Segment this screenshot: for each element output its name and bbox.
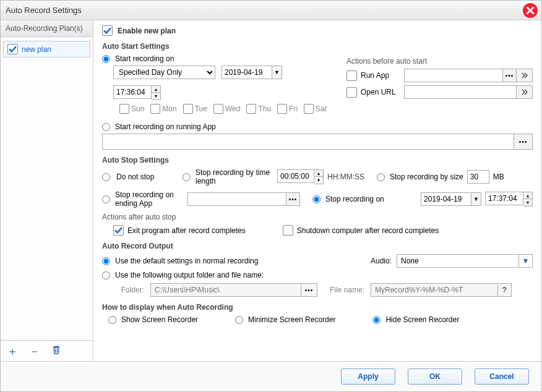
weekday-wed[interactable] <box>213 104 223 114</box>
do-not-stop-radio[interactable]: Do not stop <box>102 173 170 181</box>
run-app-input[interactable] <box>404 69 533 82</box>
check-icon <box>103 27 111 35</box>
running-app-input[interactable] <box>102 134 533 150</box>
footer: Apply OK Cancel <box>1 362 541 391</box>
weekday-fri[interactable] <box>277 104 287 114</box>
start-date-field[interactable]: ▼ <box>222 66 282 79</box>
filename-help-icon[interactable]: ? <box>497 284 511 296</box>
content: Enable new plan Auto Start Settings Star… <box>93 20 541 361</box>
open-url-label: Open URL <box>361 88 400 96</box>
audio-select[interactable]: ▼ <box>397 254 533 268</box>
run-app-expand-icon[interactable] <box>516 69 532 82</box>
open-url-expand-icon[interactable] <box>516 86 532 98</box>
filename-input[interactable]: ? <box>371 283 512 297</box>
audio-label: Audio: <box>371 257 392 265</box>
open-url-input[interactable] <box>404 85 533 99</box>
run-app-browse-icon[interactable] <box>502 69 516 82</box>
start-recording-on-radio[interactable]: Start recording on <box>102 54 332 63</box>
run-app-checkbox[interactable] <box>346 70 357 81</box>
cancel-button[interactable]: Cancel <box>475 369 529 385</box>
close-icon <box>526 6 535 15</box>
weekday-tue[interactable] <box>183 104 193 114</box>
stop-date-field[interactable]: ▼ <box>421 192 481 206</box>
remove-plan-button[interactable]: － <box>29 346 40 357</box>
hhmmss-label: HH:MM:SS <box>327 173 364 181</box>
audio-dropdown-icon[interactable]: ▼ <box>518 255 532 267</box>
time-down-icon[interactable]: ▼ <box>152 93 160 100</box>
day-mode-select[interactable]: Specified Day Only <box>113 66 215 79</box>
exit-program-checkbox[interactable] <box>113 225 124 236</box>
stop-on-radio[interactable]: Stop recording on <box>312 195 384 203</box>
plan-checkbox[interactable] <box>7 44 18 54</box>
display-hide-radio[interactable]: Hide Screen Recorder <box>372 315 459 324</box>
weekday-sun[interactable] <box>119 104 129 114</box>
enable-plan-label: Enable new plan <box>118 27 176 35</box>
window-title: Auto Record Settings <box>6 6 82 15</box>
sidebar: Auto-Recording Plan(s) new plan ＋ － <box>1 20 93 361</box>
add-plan-button[interactable]: ＋ <box>7 346 18 357</box>
open-url-checkbox[interactable] <box>346 87 357 98</box>
start-on-running-radio[interactable]: Start recording on running App <box>102 122 533 131</box>
body: Auto-Recording Plan(s) new plan ＋ － <box>1 20 541 362</box>
section-display-title: How to display when Auto Recording <box>102 303 533 312</box>
filename-label: File name: <box>324 286 364 294</box>
stop-on-ending-radio[interactable]: Stop recording on ending App <box>102 190 184 208</box>
trash-icon <box>51 345 61 355</box>
stop-by-length-radio[interactable]: Stop recording by time length <box>183 168 273 185</box>
run-app-label: Run App <box>361 71 400 80</box>
weekday-thu[interactable] <box>246 104 256 114</box>
use-following-radio[interactable]: Use the following output folder and file… <box>102 271 533 279</box>
date-dropdown-icon[interactable]: ▼ <box>272 66 282 79</box>
ending-app-input[interactable] <box>187 192 300 206</box>
weekday-mon[interactable] <box>150 104 160 114</box>
running-app-browse-icon[interactable] <box>514 134 532 149</box>
display-show-radio[interactable]: Show Screen Recorder <box>108 315 198 324</box>
stop-time-field[interactable]: ▲▼ <box>485 192 533 207</box>
display-minimize-radio[interactable]: Minimize Screen Recorder <box>235 315 335 324</box>
weekday-row: Sun Mon Tue Wed Thu Fri Sat <box>119 104 332 114</box>
section-stop-title: Auto Stop Settings <box>102 156 533 164</box>
delete-plan-button[interactable] <box>51 345 61 357</box>
check-icon <box>9 45 17 53</box>
titlebar: Auto Record Settings <box>1 1 541 20</box>
plan-item[interactable]: new plan <box>3 41 90 58</box>
ending-app-browse-icon[interactable] <box>286 193 299 205</box>
weekday-sat[interactable] <box>304 104 314 114</box>
stop-size-input[interactable] <box>467 170 489 184</box>
section-start-title: Auto Start Settings <box>102 42 533 51</box>
apply-button[interactable]: Apply <box>341 369 395 385</box>
ok-button[interactable]: OK <box>408 369 462 385</box>
folder-input[interactable] <box>150 283 317 297</box>
sidebar-header: Auto-Recording Plan(s) <box>1 20 93 37</box>
sidebar-footer: ＋ － <box>1 340 93 361</box>
auto-record-settings-window: Auto Record Settings Auto-Recording Plan… <box>0 0 542 392</box>
folder-label: Folder: <box>113 286 144 294</box>
use-default-radio[interactable]: Use the default settings in normal recor… <box>102 257 364 265</box>
enable-plan-checkbox[interactable] <box>102 25 113 36</box>
folder-browse-icon[interactable] <box>301 284 317 296</box>
plan-name: new plan <box>22 45 51 54</box>
section-output-title: Auto Record Output <box>102 242 533 250</box>
start-time-field[interactable]: ▲▼ <box>113 85 161 100</box>
stop-length-input[interactable]: ▲▼ <box>277 169 324 184</box>
shutdown-checkbox[interactable] <box>283 225 293 236</box>
plan-list: new plan <box>1 37 93 340</box>
actions-before-start-label: Actions before auto start <box>346 57 533 66</box>
check-icon <box>114 226 123 234</box>
close-button[interactable] <box>523 3 538 18</box>
stop-by-size-radio[interactable]: Stop recording by size <box>377 173 463 181</box>
time-up-icon[interactable]: ▲ <box>152 86 160 93</box>
actions-after-stop-label: Actions after auto stop <box>102 213 533 221</box>
